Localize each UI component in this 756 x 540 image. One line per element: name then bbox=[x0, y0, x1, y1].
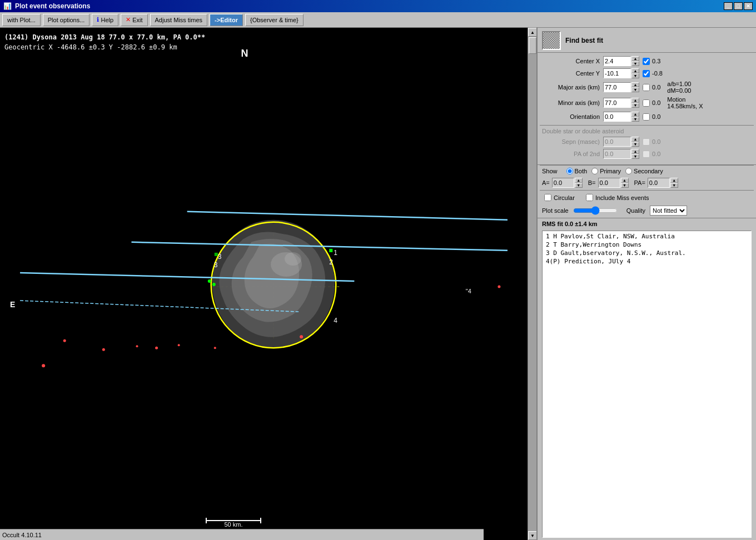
show-secondary-radio[interactable] bbox=[625, 168, 632, 174]
observer-item-2[interactable]: 2 T Barry,Werrington Downs bbox=[544, 241, 750, 249]
maximize-button[interactable]: □ bbox=[734, 2, 743, 10]
major-axis-arrows[interactable]: ▲ ▼ bbox=[631, 82, 639, 92]
show-primary-radio[interactable] bbox=[591, 168, 598, 174]
double-star-section: Double star or double asteroid Sepn (mas… bbox=[538, 126, 756, 165]
toolbar: with Plot... Plot options... ℹ Help ✕ Ex… bbox=[0, 12, 756, 28]
major-axis-down[interactable]: ▼ bbox=[631, 87, 639, 92]
b-input[interactable]: 0.0 bbox=[598, 178, 620, 188]
minor-axis-down[interactable]: ▼ bbox=[631, 103, 639, 108]
with-plot-button[interactable]: with Plot... bbox=[2, 14, 41, 26]
observers-list[interactable]: 1 H Pavlov,St Clair, NSW, Australia 2 T … bbox=[542, 231, 752, 538]
scroll-down-button[interactable]: ▼ bbox=[528, 531, 537, 540]
center-x-input[interactable]: 2.4 bbox=[603, 56, 631, 66]
a-spinbox[interactable]: 0.0 ▲ ▼ bbox=[552, 178, 583, 188]
adjust-miss-times-button[interactable]: Adjust Miss times bbox=[150, 14, 208, 26]
pa-spinbox[interactable]: 0.0 ▲ ▼ bbox=[648, 178, 678, 188]
major-axis-check-val: 0.0 bbox=[652, 84, 660, 91]
pa-2nd-up[interactable]: ▲ bbox=[631, 149, 639, 154]
exit-button[interactable]: ✕ Exit bbox=[121, 14, 147, 26]
a-arrows[interactable]: ▲ ▼ bbox=[575, 178, 583, 188]
center-x-row: Center X 2.4 ▲ ▼ 0.3 bbox=[542, 56, 752, 66]
orientation-checkbox[interactable] bbox=[643, 113, 650, 121]
orientation-check-val: 0.0 bbox=[652, 113, 660, 120]
pa-2nd-input[interactable]: 0.0 bbox=[603, 149, 631, 159]
plot-scale-slider[interactable] bbox=[573, 207, 618, 214]
plot-scrollbar[interactable]: ▲ ▼ bbox=[528, 28, 536, 540]
pa-2nd-arrows[interactable]: ▲ ▼ bbox=[631, 149, 639, 159]
orientation-arrows[interactable]: ▲ ▼ bbox=[631, 112, 639, 122]
pa-2nd-checkbox[interactable] bbox=[643, 151, 650, 158]
help-button[interactable]: ℹ Help bbox=[92, 14, 118, 26]
pa-2nd-down[interactable]: ▼ bbox=[631, 154, 639, 159]
center-y-down[interactable]: ▼ bbox=[631, 73, 639, 78]
minor-axis-up[interactable]: ▲ bbox=[631, 98, 639, 103]
show-primary-item[interactable]: Primary bbox=[591, 168, 621, 174]
find-best-fit-title: Find best fit bbox=[565, 37, 603, 44]
sepn-checkbox[interactable] bbox=[643, 138, 650, 146]
pa-down[interactable]: ▼ bbox=[670, 183, 678, 188]
center-y-row: Center Y -10.1 ▲ ▼ -0.8 bbox=[542, 68, 752, 78]
svg-point-21 bbox=[63, 339, 66, 342]
center-y-up[interactable]: ▲ bbox=[631, 68, 639, 73]
sepn-down[interactable]: ▼ bbox=[631, 142, 639, 147]
minor-axis-arrows[interactable]: ▲ ▼ bbox=[631, 98, 639, 108]
observer-time-button[interactable]: {Observer & time} bbox=[245, 14, 304, 26]
center-x-checkbox[interactable] bbox=[643, 58, 650, 65]
plot-options-button[interactable]: Plot options... bbox=[43, 14, 90, 26]
orientation-down[interactable]: ▼ bbox=[631, 117, 639, 122]
sepn-up[interactable]: ▲ bbox=[631, 137, 639, 142]
close-button[interactable]: ✕ bbox=[744, 2, 753, 10]
show-secondary-label: Secondary bbox=[634, 168, 663, 174]
a-up[interactable]: ▲ bbox=[575, 178, 583, 183]
show-both-radio[interactable] bbox=[566, 168, 573, 174]
a-input[interactable]: 0.0 bbox=[552, 178, 574, 188]
pa-arrows[interactable]: ▲ ▼ bbox=[670, 178, 678, 188]
v-scroll-thumb[interactable] bbox=[529, 37, 536, 54]
minor-axis-checkbox[interactable] bbox=[643, 99, 650, 107]
minor-axis-input[interactable]: 77.0 bbox=[603, 98, 631, 108]
circular-label: Circular bbox=[554, 194, 575, 201]
b-spinbox[interactable]: 0.0 ▲ ▼ bbox=[598, 178, 629, 188]
observer-item-1[interactable]: 1 H Pavlov,St Clair, NSW, Australia bbox=[544, 232, 750, 241]
center-y-input[interactable]: -10.1 bbox=[603, 68, 631, 78]
show-secondary-item[interactable]: Secondary bbox=[625, 168, 663, 174]
quality-select[interactable]: Not fitted Good Fair Poor bbox=[650, 206, 687, 216]
observer-item-4[interactable]: 4(P) Prediction, JUly 4 bbox=[544, 257, 750, 266]
center-x-arrows[interactable]: ▲ ▼ bbox=[631, 56, 639, 66]
observer-item-3[interactable]: 3 D Gault,bservatory, N.S.W., Austral. bbox=[544, 249, 750, 257]
pa-input[interactable]: 0.0 bbox=[648, 178, 670, 188]
major-axis-spinbox[interactable]: 77.0 ▲ ▼ bbox=[603, 82, 639, 92]
sepn-input[interactable]: 0.0 bbox=[603, 137, 631, 147]
b-up[interactable]: ▲ bbox=[621, 178, 629, 183]
center-y-checkbox[interactable] bbox=[643, 70, 650, 77]
orientation-up[interactable]: ▲ bbox=[631, 112, 639, 117]
svg-point-18 bbox=[212, 283, 216, 286]
major-axis-input[interactable]: 77.0 bbox=[603, 82, 631, 92]
sepn-arrows[interactable]: ▲ ▼ bbox=[631, 137, 639, 147]
orientation-input[interactable]: 0.0 bbox=[603, 112, 631, 122]
show-both-item[interactable]: Both bbox=[566, 168, 588, 174]
orientation-spinbox[interactable]: 0.0 ▲ ▼ bbox=[603, 112, 639, 122]
svg-text:4: 4 bbox=[334, 317, 337, 324]
minor-axis-checkbox-area: 0.0 bbox=[643, 99, 660, 107]
sepn-spinbox[interactable]: 0.0 ▲ ▼ bbox=[603, 137, 639, 147]
major-axis-up[interactable]: ▲ bbox=[631, 82, 639, 87]
center-x-down[interactable]: ▼ bbox=[631, 61, 639, 66]
center-y-spinbox[interactable]: -10.1 ▲ ▼ bbox=[603, 68, 639, 78]
center-x-spinbox[interactable]: 2.4 ▲ ▼ bbox=[603, 56, 639, 66]
circular-checkbox[interactable] bbox=[544, 194, 551, 201]
major-axis-checkbox[interactable] bbox=[643, 84, 650, 91]
b-down[interactable]: ▼ bbox=[621, 183, 629, 188]
pa-2nd-spinbox[interactable]: 0.0 ▲ ▼ bbox=[603, 149, 639, 159]
center-x-up[interactable]: ▲ bbox=[631, 56, 639, 61]
minimize-button[interactable]: _ bbox=[724, 2, 733, 10]
center-y-arrows[interactable]: ▲ ▼ bbox=[631, 68, 639, 78]
title-bar-buttons: _ □ ✕ bbox=[724, 2, 753, 10]
editor-button[interactable]: ->Editor bbox=[210, 14, 243, 26]
a-down[interactable]: ▼ bbox=[575, 183, 583, 188]
minor-axis-spinbox[interactable]: 77.0 ▲ ▼ bbox=[603, 98, 639, 108]
pa-up[interactable]: ▲ bbox=[670, 178, 678, 183]
scroll-up-button[interactable]: ▲ bbox=[528, 28, 537, 37]
include-miss-checkbox[interactable] bbox=[586, 194, 593, 201]
b-arrows[interactable]: ▲ ▼ bbox=[621, 178, 629, 188]
